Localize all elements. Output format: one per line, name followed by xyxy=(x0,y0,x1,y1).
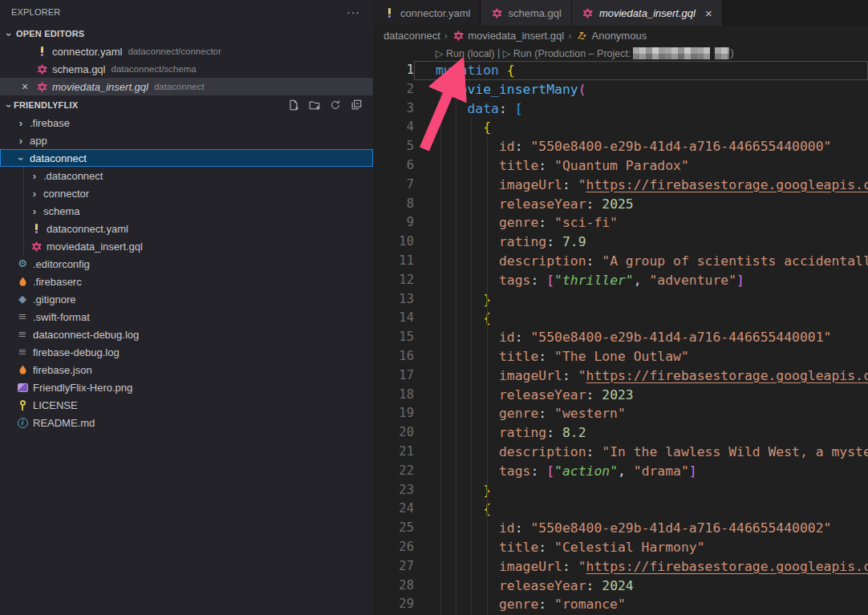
refresh-icon[interactable] xyxy=(329,99,342,111)
code-line-12: 12 tags: ["thriller", "adventure"] xyxy=(373,271,868,290)
breadcrumb-dataconnect[interactable]: dataconnect xyxy=(383,30,440,42)
open-editors-section[interactable]: › OPEN EDITORS xyxy=(0,25,373,42)
tree-item-dataconnect-debug-log[interactable]: ≡dataconnect-debug.log xyxy=(0,326,373,343)
editor-group: connector.yamlschema.gqlmoviedata_insert… xyxy=(373,0,868,615)
breadcrumb-label: moviedata_insert.gql xyxy=(468,30,564,42)
code-line-9: 9 genre: "sci-fi" xyxy=(373,213,868,233)
code-line-5: 5 id: "550e8400-e29b-41d4-a716-446655440… xyxy=(373,137,868,156)
tree-item-label: FriendlyFlix-Hero.png xyxy=(33,382,132,394)
line-number: 28 xyxy=(373,577,414,596)
code-line-14: 14 { xyxy=(373,309,868,328)
tree-item-label: schema xyxy=(43,205,80,217)
open-editor-connector-yaml[interactable]: connector.yamldataconnect/connector xyxy=(0,42,373,60)
tree-item-license[interactable]: LICENSE xyxy=(0,396,373,414)
tree-item-schema[interactable]: ›schema xyxy=(0,202,373,220)
code-line-1: 1mutation { xyxy=(373,61,868,80)
collapse-all-icon[interactable] xyxy=(350,99,363,111)
graphql-icon xyxy=(582,6,594,19)
chevron-right-icon: › xyxy=(30,170,39,182)
run-production-button[interactable]: ▷ Run (Production – Project: xyxy=(503,47,631,59)
close-icon[interactable]: × xyxy=(22,81,28,92)
code-line-20: 20 rating: 8.2 xyxy=(373,423,868,443)
chevron-down-icon: › xyxy=(3,101,15,111)
tree-item-firebase-json[interactable]: firebase.json xyxy=(0,361,373,378)
tree-item-firebase[interactable]: ›.firebase xyxy=(0,114,373,131)
line-number: 22 xyxy=(373,462,414,481)
chevron-down-icon: › xyxy=(3,30,15,39)
line-number: 5 xyxy=(373,137,414,156)
tree-item-gitignore[interactable]: ◆.gitignore xyxy=(0,290,373,308)
readme-info-icon: i xyxy=(16,416,29,429)
tab-label: connector.yaml xyxy=(400,7,470,19)
workspace-actions xyxy=(287,99,373,111)
tab-moviedata-insert-gql[interactable]: moviedata_insert.gql× xyxy=(572,0,723,26)
tree-item-connector[interactable]: ›connector xyxy=(0,184,373,202)
tree-item-dataconnect[interactable]: ›dataconnect xyxy=(0,149,373,167)
line-number: 15 xyxy=(373,328,414,347)
code-line-21: 21 description: "In the lawless Wild Wes… xyxy=(373,443,868,462)
close-icon[interactable]: × xyxy=(705,6,712,20)
line-number: 3 xyxy=(373,99,414,119)
workspace-section[interactable]: › FRIENDLYFLIX xyxy=(0,96,373,114)
open-editor-moviedata-insert-gql[interactable]: ×moviedata_insert.gqldataconnect xyxy=(0,78,373,95)
line-number: 1 xyxy=(373,61,414,80)
open-editors-title: OPEN EDITORS xyxy=(16,29,84,38)
tree-item-label: firebase-debug.log xyxy=(33,346,120,358)
chevron-right-icon: › xyxy=(16,117,26,129)
yaml-exclamation-icon xyxy=(30,222,43,235)
line-number: 27 xyxy=(373,557,414,577)
breadcrumb-moviedata-insert-gql[interactable]: moviedata_insert.gql xyxy=(452,29,564,42)
tree-item-dataconnect-yaml[interactable]: dataconnect.yaml xyxy=(0,220,373,237)
tree-item-label: dataconnect xyxy=(30,152,87,164)
code-line-17: 17 imageUrl: "https://firebasestorage.go… xyxy=(373,366,868,386)
tree-item-label: dataconnect.yaml xyxy=(47,223,128,235)
breadcrumb-separator: › xyxy=(444,30,448,42)
tab-schema-gql[interactable]: schema.gql xyxy=(481,0,571,26)
code-line-22: 22 tags: ["action", "drama"] xyxy=(373,462,868,481)
tree-item-swift-format[interactable]: ≡.swift-format xyxy=(0,308,373,326)
line-number: 25 xyxy=(373,519,414,538)
file-tree: ›.firebase›app›dataconnect›.dataconnect›… xyxy=(0,114,373,431)
tree-item-moviedata-insert-gql[interactable]: moviedata_insert.gql xyxy=(0,237,373,255)
explorer-header: EXPLORER ··· xyxy=(0,0,373,20)
graphql-icon xyxy=(30,240,43,253)
code-line-19: 19 genre: "western" xyxy=(373,404,868,423)
line-number: 9 xyxy=(373,213,414,233)
tree-item-label: .firebase xyxy=(30,117,70,129)
tree-item-label: README.md xyxy=(33,417,95,429)
tree-item-firebase-debug-log[interactable]: ≡firebase-debug.log xyxy=(0,343,373,361)
graphql-icon xyxy=(35,80,48,93)
firebase-flame-icon xyxy=(16,363,29,376)
tab-connector-yaml[interactable]: connector.yaml xyxy=(373,0,481,26)
new-folder-icon[interactable] xyxy=(308,99,321,111)
open-editor-schema-gql[interactable]: schema.gqldataconnect/schema xyxy=(0,60,373,78)
line-number: 18 xyxy=(373,386,414,405)
operation-symbol-icon xyxy=(576,29,589,42)
code-line-23: 23 } xyxy=(373,481,868,500)
tree-item-editorconfig[interactable]: ⚙.editorconfig xyxy=(0,255,373,273)
new-file-icon[interactable] xyxy=(287,99,300,111)
git-diamond-icon: ◆ xyxy=(16,293,29,305)
redacted-project-id xyxy=(715,47,729,59)
line-number: 6 xyxy=(373,156,414,176)
explorer-title: EXPLORER xyxy=(11,7,61,17)
chevron-down-icon: › xyxy=(15,154,27,164)
explorer-sidebar: EXPLORER ··· › OPEN EDITORS connector.ya… xyxy=(0,0,373,615)
tree-item-dataconnect[interactable]: ›.dataconnect xyxy=(0,167,373,184)
code-editor[interactable]: 1mutation {2 movie_insertMany(3 data: [4… xyxy=(373,61,868,615)
code-line-28: 28 releaseYear: 2024 xyxy=(373,577,868,596)
line-number: 4 xyxy=(373,118,414,137)
run-local-button[interactable]: ▷ Run (local) xyxy=(436,47,495,59)
tree-item-friendlyflix-hero-png[interactable]: FriendlyFlix-Hero.png xyxy=(0,378,373,396)
code-line-25: 25 id: "550e8400-e29b-41d4-a716-44665544… xyxy=(373,519,868,538)
log-lines-icon: ≡ xyxy=(16,310,29,323)
more-actions-icon[interactable]: ··· xyxy=(347,8,360,16)
codelens-close-paren: ) xyxy=(730,47,733,59)
breadcrumb-anonymous[interactable]: Anonymous xyxy=(576,29,647,42)
code-line-3: 3 data: [ xyxy=(373,99,868,119)
tab-bar: connector.yamlschema.gqlmoviedata_insert… xyxy=(373,0,868,26)
tree-item-firebaserc[interactable]: .firebaserc xyxy=(0,273,373,290)
tree-item-readme-md[interactable]: iREADME.md xyxy=(0,414,373,431)
code-line-24: 24 { xyxy=(373,500,868,519)
tree-item-app[interactable]: ›app xyxy=(0,131,373,149)
